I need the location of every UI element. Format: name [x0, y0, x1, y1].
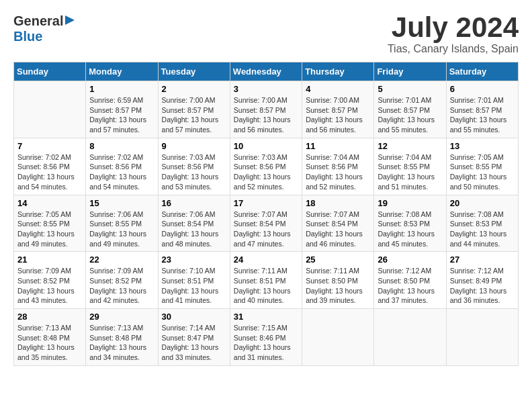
calendar-cell — [374, 309, 446, 366]
day-info: Sunrise: 6:59 AM Sunset: 8:57 PM Dayligh… — [89, 95, 154, 135]
day-number: 8 — [89, 141, 154, 151]
day-info: Sunrise: 7:05 AM Sunset: 8:55 PM Dayligh… — [450, 152, 515, 192]
day-info: Sunrise: 7:12 AM Sunset: 8:49 PM Dayligh… — [450, 266, 515, 306]
day-info: Sunrise: 7:01 AM Sunset: 8:57 PM Dayligh… — [450, 95, 515, 135]
day-number: 20 — [450, 198, 515, 208]
day-number: 9 — [162, 141, 226, 151]
day-info: Sunrise: 7:06 AM Sunset: 8:55 PM Dayligh… — [89, 210, 154, 249]
day-info: Sunrise: 7:11 AM Sunset: 8:50 PM Dayligh… — [306, 266, 370, 306]
calendar-cell: 1Sunrise: 6:59 AM Sunset: 8:57 PM Daylig… — [86, 81, 158, 138]
day-info: Sunrise: 7:09 AM Sunset: 8:52 PM Dayligh… — [89, 266, 154, 306]
day-info: Sunrise: 7:13 AM Sunset: 8:48 PM Dayligh… — [89, 323, 154, 363]
day-info: Sunrise: 7:03 AM Sunset: 8:56 PM Dayligh… — [234, 152, 298, 192]
day-number: 30 — [162, 312, 226, 322]
day-info: Sunrise: 7:04 AM Sunset: 8:56 PM Dayligh… — [306, 152, 370, 192]
column-header-thursday: Thursday — [302, 62, 374, 81]
column-header-wednesday: Wednesday — [230, 62, 302, 81]
calendar-cell: 27Sunrise: 7:12 AM Sunset: 8:49 PM Dayli… — [446, 252, 518, 309]
svg-marker-0 — [65, 15, 75, 25]
page-header: General Blue July 2024 Tias, Canary Isla… — [13, 13, 519, 55]
day-info: Sunrise: 7:00 AM Sunset: 8:57 PM Dayligh… — [234, 95, 298, 135]
day-number: 25 — [306, 255, 370, 265]
day-number: 6 — [450, 84, 515, 94]
calendar-cell: 7Sunrise: 7:02 AM Sunset: 8:56 PM Daylig… — [14, 138, 86, 195]
calendar-cell — [14, 81, 86, 138]
calendar-week-row: 7Sunrise: 7:02 AM Sunset: 8:56 PM Daylig… — [14, 138, 519, 195]
day-number: 28 — [17, 312, 82, 322]
day-info: Sunrise: 7:10 AM Sunset: 8:51 PM Dayligh… — [162, 266, 226, 306]
day-info: Sunrise: 7:00 AM Sunset: 8:57 PM Dayligh… — [162, 95, 226, 135]
calendar-week-row: 14Sunrise: 7:05 AM Sunset: 8:55 PM Dayli… — [14, 195, 519, 252]
calendar-cell: 30Sunrise: 7:14 AM Sunset: 8:47 PM Dayli… — [158, 309, 230, 366]
calendar-cell: 14Sunrise: 7:05 AM Sunset: 8:55 PM Dayli… — [14, 195, 86, 252]
day-number: 22 — [89, 255, 154, 265]
calendar-cell: 22Sunrise: 7:09 AM Sunset: 8:52 PM Dayli… — [86, 252, 158, 309]
calendar-cell: 20Sunrise: 7:08 AM Sunset: 8:53 PM Dayli… — [446, 195, 518, 252]
day-number: 17 — [234, 198, 298, 208]
day-info: Sunrise: 7:05 AM Sunset: 8:55 PM Dayligh… — [17, 210, 82, 249]
day-number: 21 — [17, 255, 82, 265]
day-info: Sunrise: 7:07 AM Sunset: 8:54 PM Dayligh… — [306, 210, 370, 249]
location-text: Tias, Canary Islands, Spain — [388, 43, 519, 55]
day-number: 14 — [17, 198, 82, 208]
calendar-cell: 26Sunrise: 7:12 AM Sunset: 8:50 PM Dayli… — [374, 252, 446, 309]
day-number: 26 — [378, 255, 442, 265]
day-info: Sunrise: 7:08 AM Sunset: 8:53 PM Dayligh… — [450, 210, 515, 249]
column-header-saturday: Saturday — [446, 62, 518, 81]
day-info: Sunrise: 7:15 AM Sunset: 8:46 PM Dayligh… — [234, 323, 298, 363]
day-number: 12 — [378, 141, 442, 151]
calendar-cell — [446, 309, 518, 366]
calendar-cell: 31Sunrise: 7:15 AM Sunset: 8:46 PM Dayli… — [230, 309, 302, 366]
day-info: Sunrise: 7:03 AM Sunset: 8:56 PM Dayligh… — [162, 152, 226, 192]
calendar-cell: 16Sunrise: 7:06 AM Sunset: 8:54 PM Dayli… — [158, 195, 230, 252]
day-info: Sunrise: 7:01 AM Sunset: 8:57 PM Dayligh… — [378, 95, 442, 135]
calendar-cell: 9Sunrise: 7:03 AM Sunset: 8:56 PM Daylig… — [158, 138, 230, 195]
column-header-friday: Friday — [374, 62, 446, 81]
calendar-cell: 10Sunrise: 7:03 AM Sunset: 8:56 PM Dayli… — [230, 138, 302, 195]
day-number: 23 — [162, 255, 226, 265]
calendar-cell: 3Sunrise: 7:00 AM Sunset: 8:57 PM Daylig… — [230, 81, 302, 138]
day-number: 18 — [306, 198, 370, 208]
calendar-cell: 25Sunrise: 7:11 AM Sunset: 8:50 PM Dayli… — [302, 252, 374, 309]
calendar-cell: 4Sunrise: 7:00 AM Sunset: 8:57 PM Daylig… — [302, 81, 374, 138]
day-number: 31 — [234, 312, 298, 322]
column-header-tuesday: Tuesday — [158, 62, 230, 81]
calendar-cell: 6Sunrise: 7:01 AM Sunset: 8:57 PM Daylig… — [446, 81, 518, 138]
calendar-cell: 2Sunrise: 7:00 AM Sunset: 8:57 PM Daylig… — [158, 81, 230, 138]
calendar-table: SundayMondayTuesdayWednesdayThursdayFrid… — [13, 62, 519, 366]
day-info: Sunrise: 7:13 AM Sunset: 8:48 PM Dayligh… — [17, 323, 82, 363]
calendar-cell: 18Sunrise: 7:07 AM Sunset: 8:54 PM Dayli… — [302, 195, 374, 252]
day-info: Sunrise: 7:02 AM Sunset: 8:56 PM Dayligh… — [89, 152, 154, 192]
logo-blue-text: Blue — [13, 29, 42, 44]
day-number: 24 — [234, 255, 298, 265]
day-number: 29 — [89, 312, 154, 322]
day-number: 16 — [162, 198, 226, 208]
day-number: 7 — [17, 141, 82, 151]
calendar-cell: 5Sunrise: 7:01 AM Sunset: 8:57 PM Daylig… — [374, 81, 446, 138]
day-number: 11 — [306, 141, 370, 151]
calendar-cell: 19Sunrise: 7:08 AM Sunset: 8:53 PM Dayli… — [374, 195, 446, 252]
day-info: Sunrise: 7:14 AM Sunset: 8:47 PM Dayligh… — [162, 323, 226, 363]
calendar-cell: 24Sunrise: 7:11 AM Sunset: 8:51 PM Dayli… — [230, 252, 302, 309]
calendar-cell: 11Sunrise: 7:04 AM Sunset: 8:56 PM Dayli… — [302, 138, 374, 195]
logo-arrow-icon — [64, 14, 76, 29]
day-number: 10 — [234, 141, 298, 151]
day-number: 1 — [89, 84, 154, 94]
calendar-cell: 12Sunrise: 7:04 AM Sunset: 8:55 PM Dayli… — [374, 138, 446, 195]
calendar-week-row: 28Sunrise: 7:13 AM Sunset: 8:48 PM Dayli… — [14, 309, 519, 366]
calendar-week-row: 21Sunrise: 7:09 AM Sunset: 8:52 PM Dayli… — [14, 252, 519, 309]
day-info: Sunrise: 7:07 AM Sunset: 8:54 PM Dayligh… — [234, 210, 298, 249]
calendar-cell: 13Sunrise: 7:05 AM Sunset: 8:55 PM Dayli… — [446, 138, 518, 195]
day-number: 3 — [234, 84, 298, 94]
logo: General Blue — [13, 13, 76, 44]
calendar-week-row: 1Sunrise: 6:59 AM Sunset: 8:57 PM Daylig… — [14, 81, 519, 138]
calendar-cell: 8Sunrise: 7:02 AM Sunset: 8:56 PM Daylig… — [86, 138, 158, 195]
logo-general-text: General — [13, 13, 63, 29]
calendar-cell: 28Sunrise: 7:13 AM Sunset: 8:48 PM Dayli… — [14, 309, 86, 366]
calendar-cell: 21Sunrise: 7:09 AM Sunset: 8:52 PM Dayli… — [14, 252, 86, 309]
day-number: 19 — [378, 198, 442, 208]
calendar-cell — [302, 309, 374, 366]
title-block: July 2024 Tias, Canary Islands, Spain — [388, 13, 519, 55]
day-info: Sunrise: 7:06 AM Sunset: 8:54 PM Dayligh… — [162, 210, 226, 249]
calendar-cell: 29Sunrise: 7:13 AM Sunset: 8:48 PM Dayli… — [86, 309, 158, 366]
